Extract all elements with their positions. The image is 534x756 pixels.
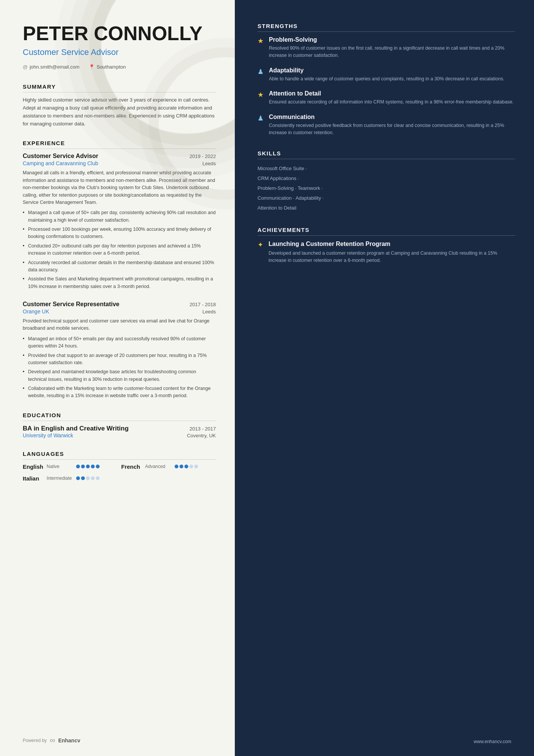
exp-desc-2: Provided technical support and customer … [23, 318, 216, 332]
powered-by-label: Powered by [23, 738, 47, 743]
bullet-item: Collaborated with the Marketing team to … [23, 385, 216, 400]
lang-name-english: English [23, 463, 44, 470]
dot [194, 465, 198, 468]
bullet-item: Provided live chat support to an average… [23, 352, 216, 367]
language-english: English Native [23, 463, 117, 470]
language-french: French Advanced [121, 463, 216, 470]
edu-subheader-1: University of Warwick Coventry, UK [23, 432, 216, 438]
lang-level-english: Native [47, 464, 73, 469]
languages-title: LANGUAGES [23, 451, 216, 460]
dot [81, 465, 85, 468]
experience-item-2: Customer Service Representative 2017 - 2… [23, 301, 216, 400]
bullet-item: Assisted the Sales and Marketing departm… [23, 275, 216, 290]
exp-location-2: Leeds [203, 309, 216, 315]
achievement-desc-1: Developed and launched a customer retent… [269, 250, 515, 265]
edu-location-1: Coventry, UK [187, 433, 216, 438]
exp-bullets-1: Managed a call queue of 50+ calls per da… [23, 209, 216, 290]
experience-title: EXPERIENCE [23, 140, 216, 149]
summary-text: Highly skilled customer service advisor … [23, 96, 216, 128]
bullet-item: Conducted 20+ outbound calls per day for… [23, 243, 216, 257]
lang-dots-english [76, 465, 100, 468]
dot [76, 476, 80, 480]
location-contact: 📍 Southampton [89, 64, 126, 70]
edu-header-1: BA in English and Creative Writing 2013 … [23, 425, 216, 432]
email-value: john.smith@email.com [30, 64, 80, 70]
achievement-icon-1: ✦ [258, 241, 263, 265]
achievements-section: ACHIEVEMENTS ✦ Launching a Customer Rete… [258, 227, 515, 265]
exp-dates-1: 2019 - 2022 [190, 153, 216, 159]
achievement-item-1: ✦ Launching a Customer Retention Program… [258, 240, 515, 265]
lang-level-french: Advanced [145, 464, 172, 469]
exp-role-2: Customer Service Representative [23, 301, 119, 308]
dot [91, 476, 95, 480]
person-icon: ♟ [258, 67, 264, 83]
exp-role-1: Customer Service Advisor [23, 153, 98, 160]
achievements-title: ACHIEVEMENTS [258, 227, 515, 236]
languages-section: LANGUAGES English Native French Advanced [23, 451, 216, 482]
skills-section: SKILLS Microsoft Office Suite · CRM Appl… [258, 150, 515, 213]
summary-title: SUMMARY [23, 83, 216, 92]
contact-row: @ john.smith@email.com 📍 Southampton [23, 64, 216, 70]
exp-subheader-2: Orange UK Leeds [23, 308, 216, 315]
strength-content-1: Problem-Solving Resolved 90% of customer… [269, 36, 515, 59]
strength-content-4: Communication Consistently received posi… [269, 114, 515, 137]
strength-desc-1: Resolved 90% of customer issues on the f… [269, 45, 515, 59]
skill-row: Attention to Detail [258, 203, 515, 213]
strength-communication: ♟ Communication Consistently received po… [258, 114, 515, 137]
exp-header-2: Customer Service Representative 2017 - 2… [23, 301, 216, 308]
exp-subheader-1: Camping and Caravanning Club Leeds [23, 160, 216, 166]
exp-company-2: Orange UK [23, 308, 49, 315]
bullet-item: Processed over 100 bookings per week, en… [23, 226, 216, 241]
skills-list: Microsoft Office Suite · CRM Application… [258, 164, 515, 213]
star-icon: ★ [258, 37, 264, 59]
right-footer: www.enhancv.com [474, 738, 511, 745]
strength-desc-3: Ensured accurate recording of all inform… [269, 99, 514, 106]
star-icon-2: ★ [258, 91, 264, 106]
bullet-item: Accurately recorded all customer details… [23, 259, 216, 274]
experience-item-1: Customer Service Advisor 2019 - 2022 Cam… [23, 153, 216, 290]
lang-name-italian: Italian [23, 475, 44, 482]
dot [175, 465, 178, 468]
exp-location-1: Leeds [203, 161, 216, 166]
job-title: Customer Service Advisor [23, 47, 216, 57]
strength-content-3: Attention to Detail Ensured accurate rec… [269, 90, 514, 106]
strengths-section: STRENGTHS ★ Problem-Solving Resolved 90%… [258, 23, 515, 136]
right-column: STRENGTHS ★ Problem-Solving Resolved 90%… [235, 0, 534, 756]
exp-desc-1: Managed all calls in a friendly, efficie… [23, 169, 216, 206]
strength-title-3: Attention to Detail [269, 90, 514, 97]
dot [180, 465, 183, 468]
brand-name: Enhancv [58, 737, 80, 743]
email-contact: @ john.smith@email.com [23, 64, 80, 70]
dot [91, 465, 95, 468]
footer-url: www.enhancv.com [474, 739, 511, 744]
summary-section: SUMMARY Highly skilled customer service … [23, 83, 216, 128]
lang-name-french: French [121, 463, 142, 470]
lang-level-italian: Intermediate [47, 476, 73, 481]
skill-row: Microsoft Office Suite · [258, 164, 515, 174]
strength-problem-solving: ★ Problem-Solving Resolved 90% of custom… [258, 36, 515, 59]
strength-desc-4: Consistently received positive feedback … [269, 122, 515, 137]
experience-section: EXPERIENCE Customer Service Advisor 2019… [23, 140, 216, 399]
strength-title-1: Problem-Solving [269, 36, 515, 43]
lang-dots-italian [76, 476, 100, 480]
bullet-item: Developed and maintained knowledge base … [23, 368, 216, 383]
location-value: Southampton [97, 64, 126, 70]
dot [189, 465, 193, 468]
dot [81, 476, 85, 480]
edu-degree-1: BA in English and Creative Writing [23, 425, 129, 432]
exp-dates-2: 2017 - 2018 [190, 302, 216, 307]
strength-adaptability: ♟ Adaptability Able to handle a wide ran… [258, 67, 515, 83]
dot [86, 465, 90, 468]
left-footer: Powered by ∞ Enhancv [23, 736, 80, 745]
lang-dots-french [175, 465, 198, 468]
strength-content-2: Adaptability Able to handle a wide range… [269, 67, 504, 83]
strength-title-4: Communication [269, 114, 515, 121]
achievement-content-1: Launching a Customer Retention Program D… [269, 240, 515, 265]
bullet-item: Managed an inbox of 50+ emails per day a… [23, 335, 216, 350]
dot [96, 465, 100, 468]
location-icon: 📍 [89, 64, 95, 70]
strength-attention: ★ Attention to Detail Ensured accurate r… [258, 90, 515, 106]
email-icon: @ [23, 64, 28, 70]
edu-dates-1: 2013 - 2017 [190, 426, 216, 432]
achievement-title-1: Launching a Customer Retention Program [269, 240, 515, 248]
